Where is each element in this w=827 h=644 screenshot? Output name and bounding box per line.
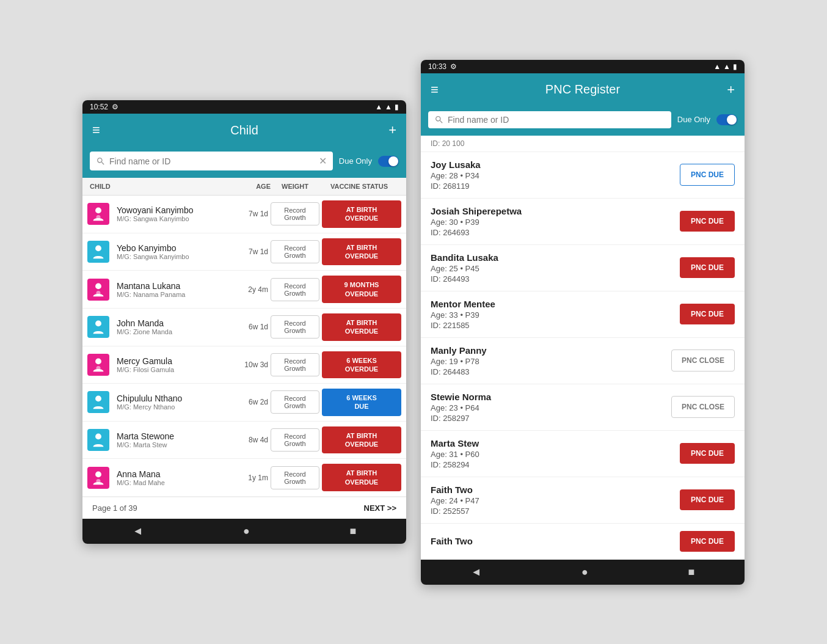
avatar-icon-3: [90, 318, 107, 335]
app-bar-2: ≡ PNC Register +: [421, 73, 745, 106]
record-growth-5[interactable]: RecordGrowth: [271, 390, 319, 414]
svg-point-0: [95, 208, 101, 214]
record-growth-2[interactable]: RecordGrowth: [271, 278, 319, 301]
child-info-4: Mercy Gamula M/G: Filosi Gamula: [117, 356, 229, 373]
pnc-row-0[interactable]: Joy LusakaAge: 28 • P34ID: 268119 PNC DU…: [421, 152, 745, 199]
pnc-info-6: Marta StewAge: 31 • P60ID: 258294: [431, 438, 479, 469]
child-row-0[interactable]: Yowoyani Kanyimbo M/G: Sangwa Kanyimbo 7…: [82, 196, 406, 233]
pnc-row-6[interactable]: Marta StewAge: 31 • P60ID: 258294 PNC DU…: [421, 431, 745, 477]
pnc-name-0: Joy Lusaka: [431, 159, 481, 170]
search-input-2[interactable]: [448, 115, 665, 125]
clear-icon-1[interactable]: ✕: [319, 155, 327, 167]
th-age: AGE: [234, 183, 271, 190]
signal-icon-1: ▲: [385, 103, 392, 111]
svg-point-6: [95, 358, 101, 364]
vaccine-status-6[interactable]: AT BIRTHOVERDUE: [322, 426, 401, 454]
recent-nav-1[interactable]: ■: [349, 525, 356, 538]
child-row-3[interactable]: John Manda M/G: Zione Manda 6w 1d Record…: [82, 309, 406, 346]
pnc-name-4: Manly Panny: [431, 345, 487, 356]
pnc-row-2[interactable]: Bandita LusakaAge: 25 • P45ID: 264493 PN…: [421, 245, 745, 291]
vaccine-status-4[interactable]: 6 WEEKSOVERDUE: [322, 351, 401, 379]
child-avatar-1: [87, 241, 109, 263]
add-icon-2[interactable]: +: [727, 82, 735, 98]
battery-icon-2: ▮: [733, 62, 737, 71]
pnc-detail-6: Age: 31 • P60: [431, 450, 479, 459]
home-nav-2[interactable]: ●: [581, 566, 588, 579]
record-growth-1[interactable]: RecordGrowth: [271, 240, 319, 263]
vaccine-status-5[interactable]: 6 WEEKSDUE: [322, 389, 401, 416]
due-only-toggle-2[interactable]: [716, 114, 737, 125]
pnc-status-btn-4[interactable]: PNC CLOSE: [671, 349, 735, 371]
avatar-icon-4: [90, 356, 107, 373]
search-row-2: Due Only: [421, 106, 745, 136]
search-input-1[interactable]: [109, 156, 315, 166]
pnc-row-8[interactable]: Faith Two PNC DUE: [421, 524, 745, 560]
add-icon-1[interactable]: +: [388, 122, 396, 138]
pnc-status-btn-8[interactable]: PNC DUE: [680, 531, 735, 552]
home-nav-1[interactable]: ●: [243, 525, 250, 538]
record-growth-4[interactable]: RecordGrowth: [271, 353, 319, 376]
child-row-6[interactable]: Marta Stewone M/G: Marta Stew 8w 4d Reco…: [82, 422, 406, 459]
pnc-status-btn-6[interactable]: PNC DUE: [680, 443, 735, 464]
svg-point-10: [95, 471, 101, 477]
pnc-status-btn-2[interactable]: PNC DUE: [680, 257, 735, 278]
record-growth-3[interactable]: RecordGrowth: [271, 315, 319, 338]
partial-row: ID: 20 100: [421, 136, 745, 152]
due-only-toggle-1[interactable]: [378, 156, 399, 167]
record-growth-7[interactable]: RecordGrowth: [271, 466, 319, 489]
pnc-row-5[interactable]: Stewie NormaAge: 23 • P64ID: 258297 PNC …: [421, 384, 745, 431]
pnc-row-3[interactable]: Mentor MenteeAge: 33 • P39ID: 221585 PNC…: [421, 291, 745, 338]
record-growth-0[interactable]: RecordGrowth: [271, 202, 319, 225]
pnc-id-1: ID: 264693: [431, 228, 522, 237]
child-row-7[interactable]: Anna Mana M/G: Mad Mahe 1y 1m RecordGrow…: [82, 459, 406, 497]
pnc-name-7: Faith Two: [431, 485, 479, 495]
pnc-status-btn-5[interactable]: PNC CLOSE: [671, 396, 735, 418]
record-growth-6[interactable]: RecordGrowth: [271, 428, 319, 452]
pnc-status-btn-7[interactable]: PNC DUE: [680, 489, 735, 510]
avatar-icon-0: [90, 205, 107, 222]
due-only-label-2: Due Only: [677, 115, 710, 124]
child-row-1[interactable]: Yebo Kanyimbo M/G: Sangwa Kanyimbo 7w 1d…: [82, 233, 406, 271]
pnc-info-4: Manly PannyAge: 19 • P78ID: 264483: [431, 345, 487, 376]
vaccine-status-3[interactable]: AT BIRTHOVERDUE: [322, 313, 401, 341]
next-button-1[interactable]: NEXT >>: [364, 503, 396, 513]
child-info-1: Yebo Kanyimbo M/G: Sangwa Kanyimbo: [117, 243, 229, 260]
pnc-status-btn-3[interactable]: PNC DUE: [680, 304, 735, 324]
time-1: 10:52: [90, 103, 108, 111]
back-nav-1[interactable]: ◄: [133, 525, 144, 538]
pnc-id-7: ID: 252557: [431, 507, 479, 516]
vaccine-status-0[interactable]: AT BIRTHOVERDUE: [322, 200, 401, 228]
vaccine-status-7[interactable]: AT BIRTHOVERDUE: [322, 464, 401, 491]
pnc-status-btn-1[interactable]: PNC DUE: [680, 211, 735, 232]
child-name-0: Yowoyani Kanyimbo: [117, 205, 229, 215]
pnc-name-6: Marta Stew: [431, 438, 479, 448]
th-vaccine: VACCINE STATUS: [319, 183, 399, 190]
child-row-4[interactable]: Mercy Gamula M/G: Filosi Gamula 10w 3d R…: [82, 346, 406, 384]
wifi-icon-1: ▲: [375, 103, 382, 111]
menu-icon-2[interactable]: ≡: [431, 82, 439, 98]
child-meta-4: M/G: Filosi Gamula: [117, 366, 229, 373]
th-weight: WEIGHT: [271, 183, 319, 190]
pnc-status-btn-0[interactable]: PNC DUE: [680, 164, 735, 186]
pnc-detail-5: Age: 23 • P64: [431, 403, 491, 412]
menu-icon-1[interactable]: ≡: [92, 122, 100, 138]
pnc-row-7[interactable]: Faith TwoAge: 24 • P47ID: 252557 PNC DUE: [421, 477, 745, 524]
pnc-id-5: ID: 258297: [431, 414, 491, 423]
pnc-info-8: Faith Two: [431, 536, 473, 546]
child-info-3: John Manda M/G: Zione Manda: [117, 318, 229, 335]
child-row-5[interactable]: Chipululu Nthano M/G: Mercy Nthano 6w 2d…: [82, 384, 406, 422]
recent-nav-2[interactable]: ■: [688, 566, 694, 579]
child-meta-0: M/G: Sangwa Kanyimbo: [117, 215, 229, 222]
vaccine-status-2[interactable]: 9 MONTHSOVERDUE: [322, 276, 401, 303]
child-age-2: 2y 4m: [231, 285, 268, 294]
back-nav-2[interactable]: ◄: [471, 566, 482, 579]
svg-point-8: [95, 396, 101, 402]
child-avatar-3: [87, 316, 109, 338]
child-row-2[interactable]: Mantana Lukana M/G: Nanama Panama 2y 4m …: [82, 271, 406, 309]
child-age-4: 10w 3d: [231, 360, 268, 369]
pnc-row-4[interactable]: Manly PannyAge: 19 • P78ID: 264483 PNC C…: [421, 338, 745, 384]
avatar-icon-5: [90, 393, 107, 411]
app-title-1: Child: [230, 123, 258, 137]
vaccine-status-1[interactable]: AT BIRTHOVERDUE: [322, 238, 401, 266]
pnc-row-1[interactable]: Josiah ShiperepetwaAge: 30 • P39ID: 2646…: [421, 199, 745, 245]
